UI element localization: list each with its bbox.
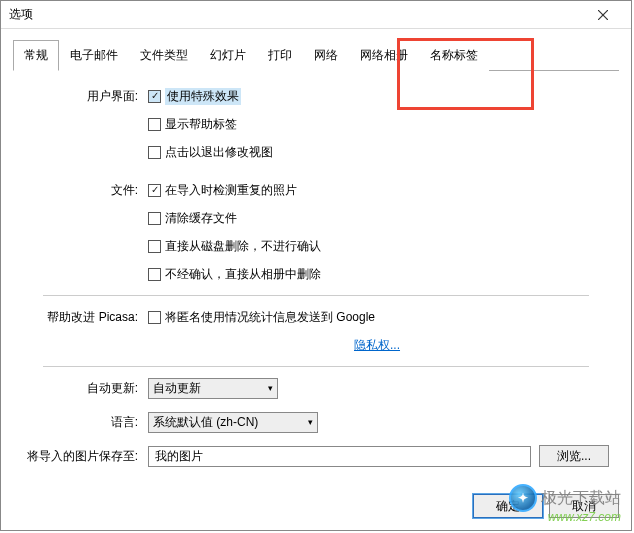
tab-web-albums[interactable]: 网络相册	[349, 40, 419, 71]
language-value: 系统默认值 (zh-CN)	[153, 414, 258, 431]
import-path-input[interactable]	[148, 446, 531, 467]
clear-cache-label: 清除缓存文件	[165, 210, 237, 227]
detect-duplicates-label: 在导入时检测重复的照片	[165, 182, 297, 199]
tab-email[interactable]: 电子邮件	[59, 40, 129, 71]
delete-disk-noconfirm-label: 直接从磁盘删除，不进行确认	[165, 238, 321, 255]
dialog-footer: 确定 取消	[473, 494, 619, 518]
import-save-label: 将导入的图片保存至:	[23, 448, 148, 465]
ok-button[interactable]: 确定	[473, 494, 543, 518]
click-exit-edit-label: 点击以退出修改视图	[165, 144, 273, 161]
general-pane: 用户界面: ✓ 使用特殊效果 显示帮助标签	[13, 71, 619, 477]
separator-2	[43, 366, 589, 367]
click-exit-edit-checkbox[interactable]	[148, 146, 161, 159]
delete-album-noconfirm-checkbox[interactable]	[148, 268, 161, 281]
show-help-labels-label: 显示帮助标签	[165, 116, 237, 133]
separator-1	[43, 295, 589, 296]
cancel-button[interactable]: 取消	[549, 494, 619, 518]
chevron-down-icon: ▾	[268, 383, 273, 393]
tab-name-tags[interactable]: 名称标签	[419, 40, 489, 71]
browse-button[interactable]: 浏览...	[539, 445, 609, 467]
improve-label: 帮助改进 Picasa:	[23, 309, 148, 326]
tab-file-types[interactable]: 文件类型	[129, 40, 199, 71]
detect-duplicates-checkbox[interactable]: ✓	[148, 184, 161, 197]
send-stats-checkbox[interactable]	[148, 311, 161, 324]
delete-disk-noconfirm-checkbox[interactable]	[148, 240, 161, 253]
auto-update-select[interactable]: 自动更新 ▾	[148, 378, 278, 399]
dialog-content: 常规 电子邮件 文件类型 幻灯片 打印 网络 网络相册 名称标签 用户界面: ✓…	[1, 29, 631, 487]
tab-network[interactable]: 网络	[303, 40, 349, 71]
show-help-labels-checkbox[interactable]	[148, 118, 161, 131]
tab-print[interactable]: 打印	[257, 40, 303, 71]
titlebar: 选项	[1, 1, 631, 29]
language-label: 语言:	[23, 414, 148, 431]
files-label: 文件:	[23, 182, 148, 199]
privacy-link[interactable]: 隐私权...	[354, 337, 400, 354]
auto-update-value: 自动更新	[153, 380, 201, 397]
delete-album-noconfirm-label: 不经确认，直接从相册中删除	[165, 266, 321, 283]
use-effects-checkbox[interactable]: ✓	[148, 90, 161, 103]
tab-general[interactable]: 常规	[13, 40, 59, 71]
use-effects-label: 使用特殊效果	[165, 88, 241, 105]
auto-update-label: 自动更新:	[23, 380, 148, 397]
language-select[interactable]: 系统默认值 (zh-CN) ▾	[148, 412, 318, 433]
close-button[interactable]	[583, 2, 623, 28]
options-dialog: 选项 常规 电子邮件 文件类型 幻灯片 打印 网络 网络相册 名称标签 用户界面…	[0, 0, 632, 531]
chevron-down-icon: ▾	[308, 417, 313, 427]
window-title: 选项	[9, 6, 583, 23]
send-stats-label: 将匿名使用情况统计信息发送到 Google	[165, 309, 375, 326]
clear-cache-checkbox[interactable]	[148, 212, 161, 225]
tab-slideshow[interactable]: 幻灯片	[199, 40, 257, 71]
tabs-bar: 常规 电子邮件 文件类型 幻灯片 打印 网络 网络相册 名称标签	[13, 39, 619, 71]
ui-label: 用户界面:	[23, 88, 148, 105]
